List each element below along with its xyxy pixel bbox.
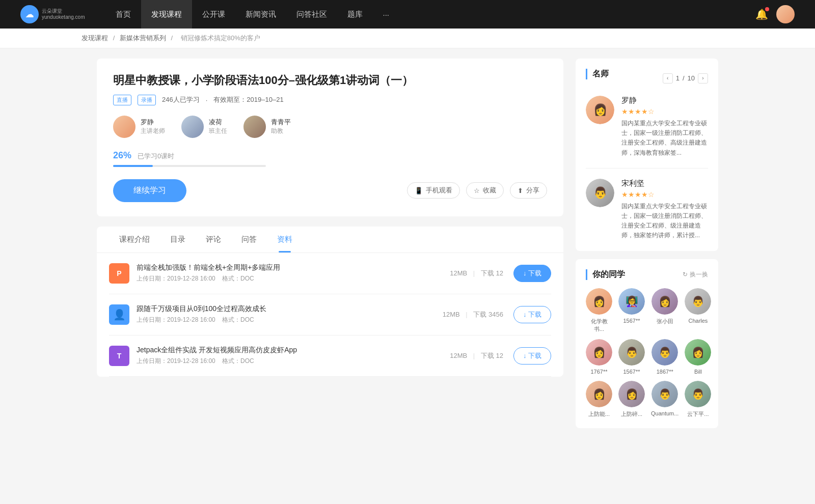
student-name-3: Charles xyxy=(688,318,708,324)
breadcrumb-link-1[interactable]: 新媒体营销系列 xyxy=(120,34,166,42)
student-avatar-7: 👩 xyxy=(685,339,711,366)
nav-discover[interactable]: 发现课程 xyxy=(141,0,192,29)
file-info-1: 跟随千万级项目从0到100全过程高效成长 上传日期：2019-12-28 16:… xyxy=(137,304,443,324)
left-panel: 明星中教授课，小学阶段语法100分–强化级第1讲动词（一） 直播 录播 246人… xyxy=(97,59,563,436)
teacher-info-0: 罗静 ★★★★☆ 国内某重点大学安全工程专业硕士，国家一级注册消防工程师、注册安… xyxy=(621,96,708,158)
nav-more[interactable]: ··· xyxy=(373,0,400,29)
header: ☁ 云朵课堂 yunduoketang.com 首页 发现课程 公开课 新闻资讯… xyxy=(0,0,815,29)
student-avatar-1: 👩‍🏫 xyxy=(618,288,645,315)
student-avatar-6: 👨 xyxy=(651,339,678,366)
refresh-button[interactable]: ↻ 换一换 xyxy=(683,270,708,279)
nav-quiz[interactable]: 题库 xyxy=(337,0,373,29)
tab-review[interactable]: 评论 xyxy=(196,227,231,253)
file-item-1: 👤 跟随千万级项目从0到100全过程高效成长 上传日期：2019-12-28 1… xyxy=(109,294,551,335)
bell-icon[interactable]: 🔔 xyxy=(755,8,768,20)
page-total: 10 xyxy=(688,74,695,82)
file-info-2: Jetpack全组件实战 开发短视频应用高仿皮皮虾App 上传日期：2019-1… xyxy=(137,346,450,366)
student-avatar-3: 👨 xyxy=(685,288,711,315)
mobile-label: 手机观看 xyxy=(426,186,452,195)
valid-date: 有效期至：2019–10–21 xyxy=(213,95,283,104)
teacher-name-0: 罗静 xyxy=(621,96,708,105)
instructor-info-2: 青青平 助教 xyxy=(271,118,291,135)
file-meta-2: 上传日期：2019-12-28 16:00 格式：DOC xyxy=(137,357,450,366)
download-button-1[interactable]: ↓ 下载 xyxy=(513,306,551,323)
file-stats-0: 12MB | 下载 12 xyxy=(450,269,503,278)
page-current: 1 xyxy=(676,74,680,82)
student-name-7: Bill xyxy=(694,369,702,375)
teacher-desc-0: 国内某重点大学安全工程专业硕士，国家一级注册消防工程师、注册安全工程师、高级注册… xyxy=(621,119,708,158)
file-icon-1: 👤 xyxy=(109,304,129,325)
collect-button[interactable]: ☆ 收藏 xyxy=(466,182,504,199)
notification-dot xyxy=(765,7,769,11)
share-label: 分享 xyxy=(526,186,539,195)
prev-page-button[interactable]: ‹ xyxy=(663,73,673,83)
tab-intro[interactable]: 课程介绍 xyxy=(109,227,160,253)
star-icon: ☆ xyxy=(474,187,480,194)
mobile-icon: 📱 xyxy=(415,187,423,194)
student-item-3: 👨 Charles xyxy=(685,288,711,333)
download-button-0[interactable]: ↓ 下载 xyxy=(513,265,551,282)
instructor-info-0: 罗静 主讲老师 xyxy=(141,118,165,135)
students-card: 你的同学 ↻ 换一换 👩 化学教书... 👩‍🏫 1567* xyxy=(576,259,718,428)
tab-resources[interactable]: 资料 xyxy=(267,227,303,253)
student-name-11: 云下平... xyxy=(687,410,709,418)
logo-icon: ☁ xyxy=(20,5,39,23)
header-right: 🔔 xyxy=(755,5,795,23)
instructor-name-2: 青青平 xyxy=(271,118,291,127)
teacher-stars-1: ★★★★☆ xyxy=(621,190,708,199)
teachers-header: 名师 ‹ 1 / 10 › xyxy=(586,69,708,88)
breadcrumb-link-0[interactable]: 发现课程 xyxy=(82,34,108,42)
breadcrumb: 发现课程 / 新媒体营销系列 / 销冠修炼术搞定80%的客户 xyxy=(0,29,815,48)
user-avatar-header[interactable] xyxy=(776,5,795,23)
badge-record: 录播 xyxy=(138,95,156,105)
file-stats-2: 12MB | 下载 12 xyxy=(450,351,503,360)
right-sidebar: 名师 ‹ 1 / 10 › 👩 罗静 ★★★★☆ 国内某重点大学安全工程专业硕士… xyxy=(576,59,718,436)
instructor-1: 凌荷 班主任 xyxy=(181,116,227,138)
nav-news[interactable]: 新闻资讯 xyxy=(235,0,286,29)
user-avatar-img xyxy=(776,5,795,23)
nav-home[interactable]: 首页 xyxy=(105,0,141,29)
meta-separator: · xyxy=(206,96,208,104)
teacher-desc-1: 国内某重点大学安全工程专业硕士，国家一级注册消防工程师、注册安全工程师、级注册建… xyxy=(621,202,708,241)
student-avatar-11: 👨 xyxy=(685,381,711,407)
teacher-avatar-1: 👨 xyxy=(586,179,614,207)
student-item-6: 👨 1867** xyxy=(651,339,678,375)
student-avatar-2: 👩 xyxy=(651,288,678,315)
tab-catalog[interactable]: 目录 xyxy=(160,227,196,253)
student-avatar-0: 👩 xyxy=(586,288,612,315)
logo-text: 云朵课堂 yunduoketang.com xyxy=(42,8,85,20)
file-item-2: T Jetpack全组件实战 开发短视频应用高仿皮皮虾App 上传日期：2019… xyxy=(109,335,551,377)
student-item-10: 👨 Quantum... xyxy=(651,381,678,418)
student-item-1: 👩‍🏫 1567** xyxy=(618,288,645,333)
share-button[interactable]: ⬆ 分享 xyxy=(510,182,547,199)
students-title: 你的同学 xyxy=(586,269,625,280)
mobile-view-button[interactable]: 📱 手机观看 xyxy=(407,182,460,199)
files-list: P 前端全栈加强版！前端全栈+全周期+多端应用 上传日期：2019-12-28 … xyxy=(97,253,563,377)
file-icon-label-0: P xyxy=(117,269,121,277)
student-name-10: Quantum... xyxy=(651,410,678,416)
teachers-card: 名师 ‹ 1 / 10 › 👩 罗静 ★★★★☆ 国内某重点大学安全工程专业硕士… xyxy=(576,59,718,251)
download-button-2[interactable]: ↓ 下载 xyxy=(513,347,551,365)
course-meta: 直播 录播 246人已学习 · 有效期至：2019–10–21 xyxy=(113,95,547,105)
tab-qa[interactable]: 问答 xyxy=(231,227,267,253)
nav-qa[interactable]: 问答社区 xyxy=(286,0,337,29)
action-buttons: 📱 手机观看 ☆ 收藏 ⬆ 分享 xyxy=(407,182,547,199)
logo[interactable]: ☁ 云朵课堂 yunduoketang.com xyxy=(20,5,85,23)
student-item-9: 👩 上防碎... xyxy=(618,381,645,418)
continue-button[interactable]: 继续学习 xyxy=(113,179,186,202)
breadcrumb-sep-0: / xyxy=(113,34,117,42)
teacher-avatar-0: 👩 xyxy=(586,96,614,124)
nav-open[interactable]: 公开课 xyxy=(192,0,235,29)
instructor-name-0: 罗静 xyxy=(141,118,165,127)
instructor-name-1: 凌荷 xyxy=(209,118,227,127)
next-page-button[interactable]: › xyxy=(698,73,708,83)
students-header: 你的同学 ↻ 换一换 xyxy=(586,269,708,280)
progress-bar-bg xyxy=(113,165,266,167)
teacher-name-1: 宋利坚 xyxy=(621,179,708,188)
instructor-info-1: 凌荷 班主任 xyxy=(209,118,227,135)
teachers-title: 名师 xyxy=(586,69,609,79)
file-icon-label-2: T xyxy=(117,352,122,360)
tabs-section: 课程介绍 目录 评论 问答 资料 P 前端全栈加强版！前端全栈+全周期+多端应用… xyxy=(97,227,563,377)
student-name-6: 1867** xyxy=(657,369,673,375)
file-name-2: Jetpack全组件实战 开发短视频应用高仿皮皮虾App xyxy=(137,346,450,355)
